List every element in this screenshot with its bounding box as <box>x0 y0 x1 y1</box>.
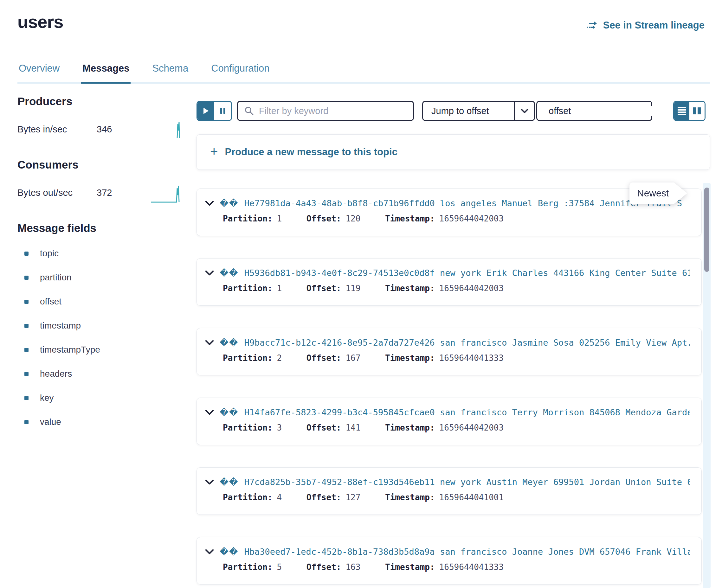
produce-message-button[interactable]: + Produce a new message to this topic <box>197 134 710 170</box>
message-card[interactable]: �� He77981da-4a43-48ab-b8f8-cb71b96ffdd0… <box>197 189 702 236</box>
plus-icon: + <box>210 145 218 158</box>
expand-chevron-icon[interactable] <box>205 201 214 206</box>
stream-lineage-link[interactable]: See in Stream lineage <box>586 20 705 31</box>
message-card[interactable]: �� H7cda825b-35b7-4952-88ef-c193d546eb11… <box>197 467 702 515</box>
lineage-arrow-icon <box>586 21 599 30</box>
offset-label: Offset: <box>307 284 342 293</box>
expand-chevron-icon[interactable] <box>205 270 214 276</box>
offset-search-input[interactable] <box>549 106 668 116</box>
key-glyph-icon: �� <box>220 547 238 556</box>
play-button[interactable] <box>198 102 214 120</box>
offset-label: Offset: <box>307 214 342 223</box>
offset-value: 119 <box>346 284 360 293</box>
field-item-offset[interactable]: offset <box>17 296 182 307</box>
offset-search-field <box>536 101 652 121</box>
message-card[interactable]: �� Hba30eed7-1edc-452b-8b1a-738d3b5d8a9a… <box>197 537 702 585</box>
offset-label: Offset: <box>307 423 342 433</box>
play-pause-group <box>197 101 232 121</box>
key-glyph-icon: �� <box>220 268 238 278</box>
list-view-button[interactable] <box>674 102 689 120</box>
partition-value: 1 <box>277 214 282 223</box>
timestamp-value: 1659644041333 <box>439 562 504 572</box>
bytes-in-label: Bytes in/sec <box>17 124 97 135</box>
partition-label: Partition: <box>223 284 273 293</box>
scrollbar-thumb[interactable] <box>704 188 709 272</box>
jump-select-value: Jump to offset <box>423 106 514 116</box>
bullet-icon <box>24 420 28 424</box>
chevron-down-icon <box>514 102 534 120</box>
bytes-out-metric: Bytes out/sec 372 <box>17 183 182 203</box>
bytes-out-value: 372 <box>97 188 112 198</box>
message-card[interactable]: �� H9bacc71c-b12c-4216-8e95-2a7da727e426… <box>197 328 702 375</box>
partition-label: Partition: <box>223 214 273 223</box>
offset-value: 120 <box>346 214 360 223</box>
field-item-partition[interactable]: partition <box>17 272 182 282</box>
pause-button[interactable] <box>214 102 231 120</box>
sidebar: Producers Bytes in/sec 346 Consumers Byt… <box>17 95 182 441</box>
key-glyph-icon: �� <box>220 407 238 417</box>
message-card[interactable]: �� H5936db81-b943-4e0f-8c29-74513e0c0d8f… <box>197 258 702 306</box>
bytes-in-value: 346 <box>97 124 112 135</box>
lineage-link-label: See in Stream lineage <box>603 20 705 31</box>
offset-label: Offset: <box>307 353 342 363</box>
tab-configuration[interactable]: Configuration <box>210 63 271 82</box>
key-glyph-icon: �� <box>220 338 238 348</box>
list-view-icon <box>678 107 686 115</box>
partition-label: Partition: <box>223 423 273 433</box>
expand-chevron-icon[interactable] <box>205 410 214 415</box>
message-summary: H9bacc71c-b12c-4216-8e95-2a7da727e426 sa… <box>244 338 690 348</box>
offset-label: Offset: <box>307 492 342 502</box>
pause-icon <box>220 107 226 115</box>
tabbar: Overview Messages Schema Configuration <box>17 63 710 84</box>
timestamp-value: 1659644041333 <box>439 353 504 363</box>
search-icon <box>244 106 254 115</box>
key-glyph-icon: �� <box>220 198 238 208</box>
tab-overview[interactable]: Overview <box>17 63 61 82</box>
page: users See in Stream lineage Overview Mes… <box>0 0 722 588</box>
bullet-icon <box>24 324 28 328</box>
timestamp-value: 1659644041001 <box>439 492 504 502</box>
column-view-button[interactable] <box>689 102 705 120</box>
bytes-in-metric: Bytes in/sec 346 <box>17 119 182 140</box>
view-toggle <box>673 101 705 121</box>
message-fields-list: topic partition offset timestamp timesta… <box>17 248 182 427</box>
message-summary: H5936db81-b943-4e0f-8c29-74513e0c0d8f ne… <box>244 268 690 278</box>
message-list-scrollbar[interactable] <box>703 183 710 588</box>
filter-input[interactable] <box>259 106 407 116</box>
tab-schema[interactable]: Schema <box>151 63 189 82</box>
messages-toolbar: Jump to offset <box>197 101 710 121</box>
newest-tooltip-label: Newest <box>637 188 669 198</box>
bullet-icon <box>24 276 28 280</box>
partition-value: 5 <box>277 562 282 572</box>
jump-to-offset-select[interactable]: Jump to offset <box>422 101 535 121</box>
bullet-icon <box>24 348 28 352</box>
field-item-topic[interactable]: topic <box>17 248 182 258</box>
producers-heading: Producers <box>17 95 182 108</box>
timestamp-label: Timestamp: <box>385 423 435 433</box>
bullet-icon <box>24 372 28 376</box>
partition-label: Partition: <box>223 353 273 363</box>
newest-tooltip: Newest <box>630 183 687 204</box>
bullet-icon <box>24 300 28 304</box>
partition-value: 4 <box>277 492 282 502</box>
message-summary: H7cda825b-35b7-4952-88ef-c193d546eb11 ne… <box>244 477 690 487</box>
offset-value: 127 <box>346 492 360 502</box>
timestamp-label: Timestamp: <box>385 492 435 502</box>
field-item-timestamp[interactable]: timestamp <box>17 321 182 331</box>
bullet-icon <box>24 252 28 256</box>
field-item-key[interactable]: key <box>17 393 182 403</box>
message-summary: H14fa67fe-5823-4299-b3c4-595845cfcae0 sa… <box>244 407 690 417</box>
bullet-icon <box>24 396 28 400</box>
offset-value: 167 <box>346 353 360 363</box>
field-item-timestampType[interactable]: timestampType <box>17 345 182 355</box>
field-item-headers[interactable]: headers <box>17 369 182 379</box>
key-glyph-icon: �� <box>220 477 238 487</box>
offset-label: Offset: <box>307 562 342 572</box>
message-card[interactable]: �� H14fa67fe-5823-4299-b3c4-595845cfcae0… <box>197 398 702 445</box>
expand-chevron-icon[interactable] <box>205 479 214 485</box>
timestamp-label: Timestamp: <box>385 284 435 293</box>
expand-chevron-icon[interactable] <box>205 340 214 345</box>
expand-chevron-icon[interactable] <box>205 549 214 555</box>
tab-messages[interactable]: Messages <box>81 63 130 82</box>
field-item-value[interactable]: value <box>17 417 182 427</box>
